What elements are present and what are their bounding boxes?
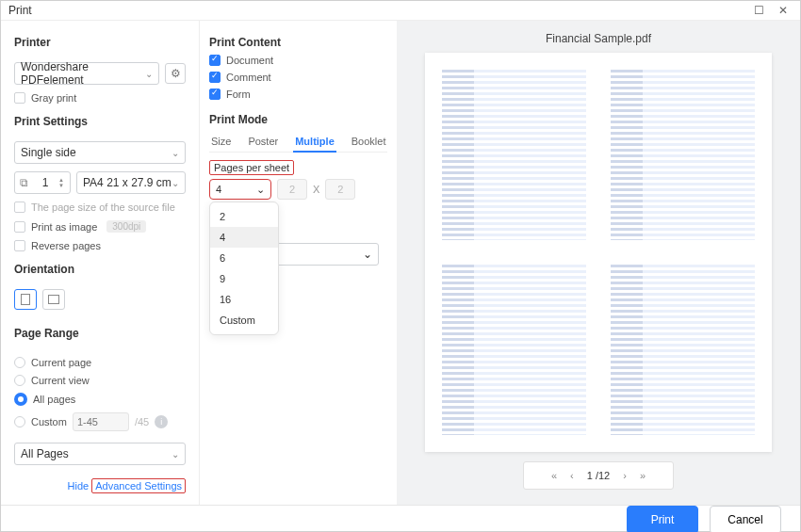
gear-icon: ⚙ xyxy=(171,67,181,80)
range-custom-input[interactable] xyxy=(73,412,129,431)
pps-option[interactable]: 4 xyxy=(210,227,278,248)
range-all-pages[interactable]: All pages xyxy=(14,393,186,406)
close-icon[interactable]: ✕ xyxy=(774,1,793,20)
advanced-settings-link[interactable]: Advanced Settings xyxy=(95,480,182,492)
range-total: /45 xyxy=(135,416,149,427)
preview-mini-page xyxy=(611,70,755,240)
radio-empty-icon xyxy=(14,416,25,427)
chevron-down-icon: ⌄ xyxy=(172,178,179,188)
pps-option[interactable]: 2 xyxy=(210,206,278,227)
chevron-down-icon: ⌄ xyxy=(172,449,179,459)
radio-checked-icon xyxy=(14,393,27,406)
range-custom[interactable]: Custom /45 i xyxy=(14,412,186,431)
dialog-body: Printer Wondershare PDFelement ⌄ ⚙ Gray … xyxy=(1,21,800,505)
pager-last-icon[interactable]: » xyxy=(640,470,646,481)
page-size-label: PA4 21 x 27.9 cm xyxy=(83,176,172,189)
checkbox-empty-icon xyxy=(14,240,25,251)
print-button[interactable]: Print xyxy=(627,506,698,532)
tab-size[interactable]: Size xyxy=(209,132,233,152)
info-icon[interactable]: i xyxy=(155,415,168,428)
tab-multiple[interactable]: Multiple xyxy=(293,132,336,153)
range-current-page-label: Current page xyxy=(31,357,91,368)
range-current-view[interactable]: Current view xyxy=(14,375,186,386)
tab-booklet[interactable]: Booklet xyxy=(350,132,388,152)
checkbox-checked-icon xyxy=(209,89,221,100)
left-column: Printer Wondershare PDFelement ⌄ ⚙ Gray … xyxy=(1,21,199,505)
content-document-checkbox[interactable]: Document xyxy=(209,55,387,66)
printer-select[interactable]: Wondershare PDFelement ⌄ xyxy=(14,62,159,85)
print-settings-heading: Print Settings xyxy=(14,115,186,128)
checkbox-empty-icon xyxy=(14,202,25,213)
content-document-label: Document xyxy=(226,55,273,66)
preview-column: Financial Sample.pdf « ‹ 1 /12 › » xyxy=(397,21,800,505)
print-content-heading: Print Content xyxy=(209,36,387,49)
checkbox-empty-icon xyxy=(14,221,25,233)
spinner-icon[interactable]: ▲▼ xyxy=(58,177,70,188)
hide-link[interactable]: Hide xyxy=(68,480,90,492)
chevron-down-icon: ⌄ xyxy=(256,184,265,196)
pager-first-icon[interactable]: « xyxy=(551,470,557,481)
advanced-row: Hide Advanced Settings xyxy=(14,478,186,493)
pager-next-icon[interactable]: › xyxy=(623,470,627,481)
grid-rows-input: 2 xyxy=(325,179,355,200)
dialog-footer: Print Cancel xyxy=(1,505,800,532)
window-title: Print xyxy=(8,4,744,17)
chevron-down-icon: ⌄ xyxy=(363,248,372,261)
content-form-label: Form xyxy=(226,89,251,100)
pps-option[interactable]: 16 xyxy=(210,289,278,310)
sides-selected-label: Single side xyxy=(21,146,76,159)
range-custom-label: Custom xyxy=(31,416,67,427)
pps-value: 4 xyxy=(216,184,221,195)
orientation-group xyxy=(14,289,186,310)
cancel-button[interactable]: Cancel xyxy=(710,506,781,532)
pps-dropdown[interactable]: 2 4 6 9 16 Custom xyxy=(209,202,279,335)
preview-mini-page xyxy=(442,70,586,240)
checkbox-checked-icon xyxy=(209,72,221,83)
radio-empty-icon xyxy=(14,357,25,368)
range-current-page[interactable]: Current page xyxy=(14,357,186,368)
pps-option[interactable]: 6 xyxy=(210,248,278,268)
subset-label: All Pages xyxy=(21,447,69,460)
source-size-label: The page size of the source file xyxy=(31,202,175,213)
source-size-checkbox: The page size of the source file xyxy=(14,202,186,213)
reverse-pages-checkbox[interactable]: Reverse pages xyxy=(14,240,186,251)
sides-select[interactable]: Single side ⌄ xyxy=(14,141,186,164)
page-range-group: Current page Current view All pages Cust… xyxy=(14,357,186,431)
page-range-heading: Page Range xyxy=(14,327,186,340)
page-size-select[interactable]: PA4 21 x 27.9 cm ⌄ xyxy=(76,171,186,194)
maximize-icon[interactable]: ☐ xyxy=(749,1,768,20)
chevron-down-icon: ⌄ xyxy=(172,148,179,158)
orientation-portrait-button[interactable] xyxy=(14,289,37,310)
tab-poster[interactable]: Poster xyxy=(246,132,280,152)
print-dialog: Print ☐ ✕ Printer Wondershare PDFelement… xyxy=(0,0,801,532)
checkbox-checked-icon xyxy=(209,55,221,66)
print-as-image-checkbox[interactable]: Print as image 300dpi xyxy=(14,220,186,233)
content-form-checkbox[interactable]: Form xyxy=(209,89,387,100)
preview-sheet xyxy=(425,53,772,452)
grid-cols-input: 2 xyxy=(277,179,307,200)
content-comment-checkbox[interactable]: Comment xyxy=(209,72,387,83)
pps-option[interactable]: 9 xyxy=(210,268,278,289)
gray-print-label: Gray print xyxy=(31,92,76,104)
copies-stepper[interactable]: ⧉ 1 ▲▼ xyxy=(14,171,71,194)
printer-heading: Printer xyxy=(14,36,186,49)
mode-tabs: Size Poster Multiple Booklet xyxy=(209,132,387,153)
pps-option[interactable]: Custom xyxy=(210,310,278,330)
middle-column: Print Content Document Comment Form Prin… xyxy=(199,21,397,505)
copies-icon: ⧉ xyxy=(15,176,32,189)
pages-per-sheet-select[interactable]: 4 ⌄ xyxy=(209,179,271,200)
pages-per-sheet-label: Pages per sheet xyxy=(209,160,294,175)
landscape-icon xyxy=(48,295,59,304)
pager-prev-icon[interactable]: ‹ xyxy=(570,470,574,481)
preview-filename: Financial Sample.pdf xyxy=(546,32,651,45)
subset-select[interactable]: All Pages ⌄ xyxy=(14,443,186,465)
orientation-landscape-button[interactable] xyxy=(42,289,65,310)
pager-page: 1 /12 xyxy=(587,470,610,481)
printer-properties-button[interactable]: ⚙ xyxy=(165,63,186,84)
gray-print-checkbox[interactable]: Gray print xyxy=(14,92,186,104)
content-comment-label: Comment xyxy=(226,72,271,83)
x-symbol: X xyxy=(313,184,319,195)
copies-value: 1 xyxy=(32,176,58,189)
preview-pager: « ‹ 1 /12 › » xyxy=(523,461,674,490)
print-mode-heading: Print Mode xyxy=(209,113,387,126)
